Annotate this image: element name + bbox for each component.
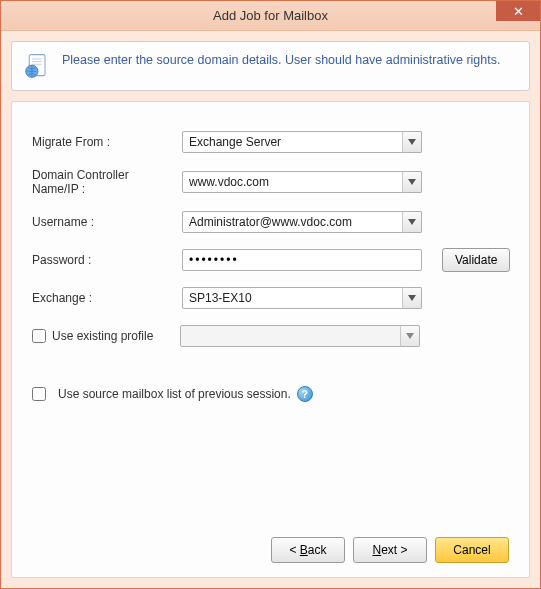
combo-migrate-from[interactable] (182, 131, 422, 153)
label-domain-controller: Domain Controller Name/IP : (32, 168, 182, 196)
chevron-down-icon (408, 219, 416, 225)
combo-domain-controller[interactable] (182, 171, 422, 193)
row-use-existing-profile: Use existing profile (32, 324, 509, 348)
cancel-button[interactable]: Cancel (435, 537, 509, 563)
dropdown-btn-username[interactable] (402, 211, 422, 233)
help-icon[interactable]: ? (297, 386, 313, 402)
form-panel: Migrate From : Domain Controller Name/IP… (11, 101, 530, 578)
checkbox-use-prev-session[interactable] (32, 387, 46, 401)
chevron-down-icon (408, 139, 416, 145)
row-username: Username : (32, 210, 509, 234)
dropdown-btn-migrate-from[interactable] (402, 131, 422, 153)
combo-existing-profile[interactable] (180, 325, 420, 347)
row-use-prev-session: Use source mailbox list of previous sess… (32, 386, 509, 402)
content-area: Please enter the source domain details. … (1, 31, 540, 588)
back-label-rest: ack (308, 543, 327, 557)
chevron-down-icon (408, 179, 416, 185)
chevron-down-icon (406, 333, 414, 339)
label-use-existing-profile[interactable]: Use existing profile (52, 329, 180, 343)
dropdown-btn-exchange[interactable] (402, 287, 422, 309)
combo-exchange[interactable] (182, 287, 422, 309)
close-button[interactable]: ✕ (496, 1, 540, 21)
document-globe-icon (24, 52, 52, 80)
window-title: Add Job for Mailbox (213, 8, 328, 23)
combo-username[interactable] (182, 211, 422, 233)
row-domain-controller: Domain Controller Name/IP : (32, 168, 509, 196)
checkbox-use-existing-profile[interactable] (32, 329, 46, 343)
label-username: Username : (32, 215, 182, 229)
label-exchange: Exchange : (32, 291, 182, 305)
footer-bar: < Back Next > Cancel (32, 527, 509, 563)
row-password: Password : Validate (32, 248, 509, 272)
close-icon: ✕ (513, 4, 524, 19)
input-exchange[interactable] (182, 287, 422, 309)
dropdown-btn-domain-controller[interactable] (402, 171, 422, 193)
dialog-window: Add Job for Mailbox ✕ Please enter the s… (0, 0, 541, 589)
label-migrate-from: Migrate From : (32, 135, 182, 149)
back-button[interactable]: < Back (271, 537, 345, 563)
info-panel: Please enter the source domain details. … (11, 41, 530, 91)
titlebar: Add Job for Mailbox ✕ (1, 1, 540, 31)
row-exchange: Exchange : (32, 286, 509, 310)
next-button[interactable]: Next > (353, 537, 427, 563)
label-use-prev-session[interactable]: Use source mailbox list of previous sess… (58, 387, 291, 401)
next-label-rest: ext > (381, 543, 407, 557)
input-existing-profile (180, 325, 420, 347)
input-username[interactable] (182, 211, 422, 233)
input-domain-controller[interactable] (182, 171, 422, 193)
validate-button[interactable]: Validate (442, 248, 510, 272)
input-migrate-from[interactable] (182, 131, 422, 153)
chevron-down-icon (408, 295, 416, 301)
label-password: Password : (32, 253, 182, 267)
dropdown-btn-existing-profile[interactable] (400, 325, 420, 347)
row-migrate-from: Migrate From : (32, 130, 509, 154)
input-password[interactable] (182, 249, 422, 271)
info-text: Please enter the source domain details. … (62, 52, 500, 70)
